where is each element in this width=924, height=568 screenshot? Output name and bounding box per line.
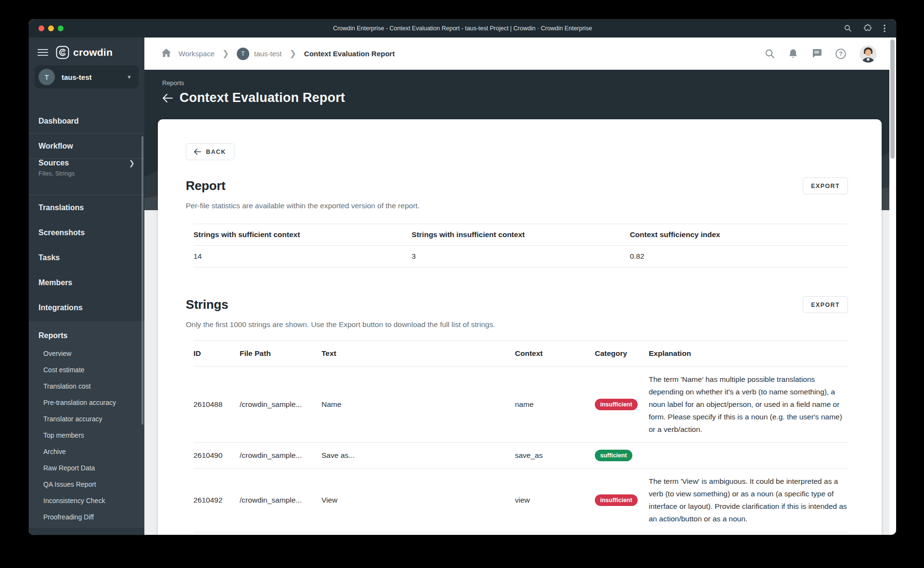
sidebar-item-archive[interactable]: Archive — [29, 443, 144, 460]
cell-explanation: The term 'Name' has multiple possible tr… — [649, 366, 848, 442]
sidebar-item-translation-cost[interactable]: Translation cost — [29, 378, 144, 394]
table-row: 2610492 /crowdin_sample... View view ins… — [193, 468, 848, 532]
chevron-right-icon: ❯ — [290, 49, 296, 59]
sidebar-subitem-label: Overview — [43, 350, 71, 357]
project-avatar: T — [38, 69, 55, 85]
sidebar-subitem-label: Raw Report Data — [43, 464, 95, 472]
sidebar-item-dashboard[interactable]: Dashboard — [29, 109, 144, 134]
sidebar-subitem-label: Archive — [43, 448, 66, 455]
export-strings-button[interactable]: EXPORT — [803, 296, 848, 313]
sidebar-item-integrations[interactable]: Integrations — [29, 295, 144, 320]
report-card: BACK Report EXPORT Per-file statistics a… — [158, 119, 882, 535]
breadcrumb: Workspace ❯ T taus-test ❯ Context Evalua… — [162, 48, 395, 60]
stat-header: Strings with insufficient context — [411, 224, 629, 245]
help-icon[interactable]: ? — [835, 49, 846, 59]
cell-file-path[interactable]: /crowdin_sample... — [240, 395, 321, 414]
zoom-window-button[interactable] — [58, 25, 64, 31]
sidebar-item-label: Integrations — [38, 303, 83, 312]
user-avatar[interactable] — [860, 45, 877, 63]
back-button[interactable]: BACK — [186, 143, 234, 160]
chevron-right-icon: ❯ — [128, 159, 135, 167]
kebab-menu-icon[interactable] — [884, 25, 886, 32]
sidebar-item-proofreading-diff[interactable]: Proofreading Diff — [29, 509, 144, 525]
strings-table-header: ID File Path Text Context Category Expla… — [193, 341, 848, 366]
hamburger-icon[interactable] — [38, 49, 48, 56]
minimize-window-button[interactable] — [48, 25, 54, 31]
sidebar-item-label: Members — [38, 278, 72, 287]
stat-header: Strings with sufficient context — [193, 224, 411, 245]
sidebar-scrollbar[interactable] — [141, 136, 143, 425]
chevron-down-icon: ▼ — [127, 74, 132, 80]
sidebar-subitem-label: Inconsistency Check — [43, 497, 105, 505]
sidebar-subitem-label: QA Issues Report — [43, 480, 96, 488]
sidebar-item-screenshots[interactable]: Screenshots — [29, 220, 144, 245]
title-bar: Crowdin Enterprise - Context Evaluation … — [29, 19, 896, 38]
sidebar-item-label: Sources — [38, 159, 69, 167]
breadcrumb-project[interactable]: T taus-test — [237, 48, 282, 60]
sidebar-item-overview[interactable]: Overview — [29, 345, 144, 362]
sidebar-item-tasks[interactable]: Tasks — [29, 245, 144, 270]
export-report-button[interactable]: EXPORT — [803, 177, 848, 194]
sidebar-item-workflow[interactable]: Workflow — [29, 134, 144, 159]
page-scrollbar[interactable] — [889, 38, 896, 535]
project-selector[interactable]: T taus-test ▼ — [35, 65, 139, 88]
chat-icon[interactable] — [811, 49, 822, 59]
sidebar-nav: Dashboard Workflow Sources❯ Files, Strin… — [29, 109, 144, 528]
sidebar-item-sources[interactable]: Sources❯ Files, Strings — [29, 159, 144, 195]
sidebar-item-translations[interactable]: Translations — [29, 195, 144, 220]
report-section-title: Report — [186, 178, 226, 193]
stat-value-index: 0.82 — [630, 246, 848, 267]
sidebar-subitem-label: Proofreading Diff — [43, 513, 94, 521]
bell-icon[interactable] — [788, 49, 798, 59]
sidebar-item-cost-estimate[interactable]: Cost estimate — [29, 362, 144, 378]
cell-file-path[interactable]: /crowdin_sample... — [240, 446, 321, 465]
extensions-puzzle-icon[interactable] — [863, 24, 872, 33]
sidebar-subitem-label: Top members — [43, 431, 84, 439]
column-header-file-path: File Path — [240, 341, 321, 366]
window-title: Crowdin Enterprise - Context Evaluation … — [29, 25, 896, 32]
column-header-text: Text — [321, 341, 515, 366]
sidebar-item-label: Tasks — [38, 253, 60, 262]
svg-text:?: ? — [839, 50, 843, 57]
sidebar-item-pre-translation-accuracy[interactable]: Pre-translation accuracy — [29, 394, 144, 411]
search-icon[interactable] — [844, 25, 852, 32]
chevron-right-icon: ❯ — [222, 49, 229, 59]
crowdin-logo-icon — [56, 46, 69, 59]
cell-id: 2610492 — [193, 491, 240, 509]
cell-id: 2610488 — [193, 395, 240, 414]
sidebar-item-reports[interactable]: Reports — [29, 326, 144, 345]
cell-text: Save as... — [321, 446, 515, 465]
stat-value-insufficient: 3 — [411, 246, 629, 267]
home-icon[interactable] — [162, 49, 171, 59]
strings-table: ID File Path Text Context Category Expla… — [193, 341, 848, 532]
back-arrow-icon[interactable] — [162, 93, 173, 103]
sidebar-item-inconsistency-check[interactable]: Inconsistency Check — [29, 492, 144, 509]
column-header-explanation: Explanation — [649, 341, 848, 366]
sidebar-item-translator-accuracy[interactable]: Translator accuracy — [29, 411, 144, 427]
strings-section-subtitle: Only the first 1000 strings are shown. U… — [186, 320, 848, 329]
search-icon[interactable] — [765, 49, 775, 59]
sidebar-item-raw-report-data[interactable]: Raw Report Data — [29, 460, 144, 476]
cell-text: Name — [321, 395, 515, 414]
crowdin-logo[interactable]: crowdin — [56, 46, 113, 59]
cell-file-path[interactable]: /crowdin_sample... — [240, 491, 321, 509]
page-title: Context Evaluation Report — [180, 90, 345, 105]
sidebar-item-members[interactable]: Members — [29, 270, 144, 295]
cell-explanation: The term 'View' is ambiguous. It could b… — [649, 468, 848, 532]
cell-context: name — [515, 395, 595, 414]
close-window-button[interactable] — [38, 25, 44, 31]
breadcrumb-workspace[interactable]: Workspace — [179, 50, 215, 58]
browser-window: Crowdin Enterprise - Context Evaluation … — [29, 19, 896, 535]
sidebar-item-label: Translations — [38, 203, 84, 212]
cell-context: save_as — [515, 446, 595, 465]
strings-section-title: Strings — [186, 297, 228, 312]
sidebar-subitem-label: Cost estimate — [43, 366, 85, 374]
sidebar-item-top-members[interactable]: Top members — [29, 427, 144, 443]
page-scrollbar-thumb[interactable] — [890, 39, 895, 159]
column-header-id: ID — [193, 341, 240, 366]
sidebar-item-qa-issues-report[interactable]: QA Issues Report — [29, 476, 144, 492]
sidebar: crowdin T taus-test ▼ Dashboard Workflow… — [29, 38, 144, 535]
stat-value-sufficient: 14 — [193, 246, 411, 267]
table-row: 2610490 /crowdin_sample... Save as... sa… — [193, 443, 848, 468]
page-eyebrow: Reports — [162, 79, 889, 87]
